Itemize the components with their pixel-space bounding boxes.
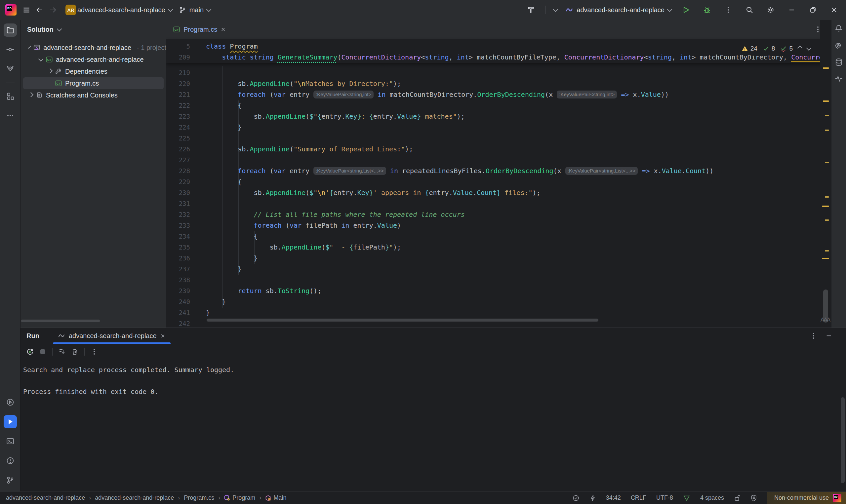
line-number[interactable]: 225	[166, 133, 203, 144]
run-configuration-selector[interactable]: advanced-search-and-replace	[565, 6, 671, 14]
forward-button[interactable]	[46, 3, 59, 17]
code-text[interactable]: return sb.ToString();	[203, 286, 321, 296]
code-text[interactable]	[203, 275, 206, 286]
run-tool-window-button[interactable]	[4, 415, 17, 428]
code-text[interactable]: sb.AppendLine($"\n'{entry.Key}' appears …	[203, 187, 541, 198]
analysis-status-icon[interactable]	[572, 494, 579, 502]
line-separator-widget[interactable]: CRLF	[631, 494, 646, 501]
inlay-hint[interactable]: :KeyValuePair<string,List<...>>	[565, 167, 638, 175]
code-text[interactable]	[203, 198, 206, 209]
solution-tool-window-button[interactable]	[4, 23, 17, 37]
line-number[interactable]: 242	[166, 318, 203, 327]
breadcrumb-item-3[interactable]: Program.cs	[184, 494, 214, 501]
line-number[interactable]: 228	[166, 166, 203, 177]
run-button[interactable]	[679, 3, 692, 17]
project-badge[interactable]: AR	[66, 5, 76, 15]
code-text[interactable]: {	[203, 100, 242, 111]
line-number[interactable]: 222	[166, 100, 203, 111]
run-options-button[interactable]	[813, 335, 814, 337]
warning-stripe-mark[interactable]	[822, 258, 829, 259]
back-button[interactable]	[33, 3, 46, 17]
lock-icon[interactable]	[734, 494, 740, 502]
services-tool-window-button[interactable]	[4, 396, 17, 409]
tree-item-dependencies[interactable]: Dependencies	[20, 66, 166, 77]
typos-count[interactable]: 5	[780, 45, 793, 52]
clear-all-button[interactable]	[69, 346, 80, 357]
warning-stripe-mark[interactable]	[825, 219, 829, 221]
code-text[interactable]: // List all file paths where the repeate…	[203, 209, 465, 220]
highlighting-level-icon[interactable]	[590, 494, 596, 502]
tree-horizontal-scrollbar[interactable]	[21, 320, 100, 322]
passed-inspections-count[interactable]: 8	[763, 45, 775, 52]
console-more-button[interactable]	[89, 346, 100, 357]
stop-button[interactable]	[37, 346, 48, 357]
line-number[interactable]: 227	[166, 155, 203, 166]
more-actions-button[interactable]	[722, 3, 735, 17]
git-tool-window-button[interactable]	[4, 473, 17, 487]
code-text[interactable]: foreach (var entry :KeyValuePair<string,…	[203, 166, 714, 177]
project-switcher[interactable]: advanced-search-and-replace	[77, 6, 172, 14]
line-number[interactable]: 223	[166, 111, 203, 122]
code-text[interactable]: {	[203, 231, 258, 242]
shield-icon[interactable]	[751, 494, 757, 502]
next-problem-button[interactable]	[806, 45, 812, 51]
line-number[interactable]: 239	[166, 286, 203, 296]
chevron-down-icon[interactable]	[28, 45, 31, 49]
line-number[interactable]: 237	[166, 264, 203, 275]
database-button[interactable]	[834, 58, 843, 67]
inlay-hint[interactable]: :KeyValuePair<string,int>	[557, 91, 617, 98]
rerun-button[interactable]	[24, 346, 36, 357]
chevron-right-icon[interactable]	[48, 68, 53, 73]
code-text[interactable]: sb.AppendLine("Summary of Repeated Lines…	[203, 144, 413, 155]
close-tab-icon[interactable]	[160, 334, 165, 338]
line-number[interactable]: 233	[166, 220, 203, 231]
code-text[interactable]: }	[203, 264, 242, 275]
monitoring-button[interactable]	[834, 74, 843, 83]
code-text[interactable]: }	[203, 122, 242, 133]
inspections-trafficlight-icon[interactable]	[683, 495, 690, 501]
close-button[interactable]	[827, 3, 841, 17]
inlay-hint[interactable]: :KeyValuePair<string,int>	[313, 91, 374, 98]
line-number[interactable]: 232	[166, 209, 203, 220]
branch-widget[interactable]: main	[179, 6, 211, 14]
line-number[interactable]: 221	[166, 89, 203, 100]
run-tab[interactable]: advanced-search-and-replace	[58, 332, 165, 340]
close-tab-icon[interactable]	[220, 27, 226, 32]
warnings-count[interactable]: 24	[741, 45, 757, 52]
tree-item-scratches-and-consoles[interactable]: Scratches and Consoles	[20, 89, 166, 101]
license-widget[interactable]: Non-commercial use RD	[767, 492, 846, 504]
search-everywhere-button[interactable]	[743, 3, 756, 17]
chevron-down-icon[interactable]	[38, 56, 43, 61]
warning-stripe-mark[interactable]	[825, 250, 829, 252]
line-number[interactable]: 229	[166, 177, 203, 187]
main-menu-button[interactable]	[20, 3, 33, 17]
warning-stripe-mark[interactable]	[822, 205, 829, 207]
problems-tool-window-button[interactable]	[4, 454, 17, 467]
debug-button[interactable]	[701, 3, 714, 17]
build-button[interactable]	[524, 3, 538, 17]
gitlab-tool-window-button[interactable]	[4, 62, 17, 76]
previous-problem-button[interactable]	[797, 45, 803, 51]
inspections-widget[interactable]: 24 8 5	[738, 42, 814, 55]
breadcrumb-item-1[interactable]: advanced-search-and-replace	[6, 494, 85, 501]
line-number[interactable]: 209	[166, 52, 203, 63]
line-number[interactable]: 241	[166, 307, 203, 318]
restore-button[interactable]	[806, 3, 820, 17]
code-text[interactable]: foreach (var filePath in entry.Value)	[203, 220, 401, 231]
warning-stripe-mark[interactable]	[823, 101, 829, 102]
structure-tool-window-button[interactable]	[4, 90, 17, 103]
code-text[interactable]: {	[203, 177, 242, 187]
inlay-hint[interactable]: :KeyValuePair<string,List<...>>	[313, 167, 386, 175]
tab-program-cs[interactable]: C# Program.cs	[173, 26, 226, 33]
line-number[interactable]: 219	[166, 68, 203, 78]
warning-stripe-mark[interactable]	[825, 196, 829, 198]
code-text[interactable]: sb.AppendLine($" - {filePath}");	[203, 242, 401, 253]
tree-item-advanced-search-and-replace[interactable]: C#advanced-search-and-replace	[20, 54, 166, 66]
chevron-right-icon[interactable]	[29, 92, 34, 97]
indent-widget[interactable]: 4 spaces	[700, 494, 724, 501]
code-text[interactable]: sb.AppendLine("\nMatches by Directory:")…	[203, 78, 401, 89]
code-text[interactable]	[203, 318, 206, 327]
line-number[interactable]: 226	[166, 144, 203, 155]
breadcrumb-item-4[interactable]: Program	[224, 494, 255, 501]
encoding-widget[interactable]: UTF-8	[656, 494, 673, 501]
